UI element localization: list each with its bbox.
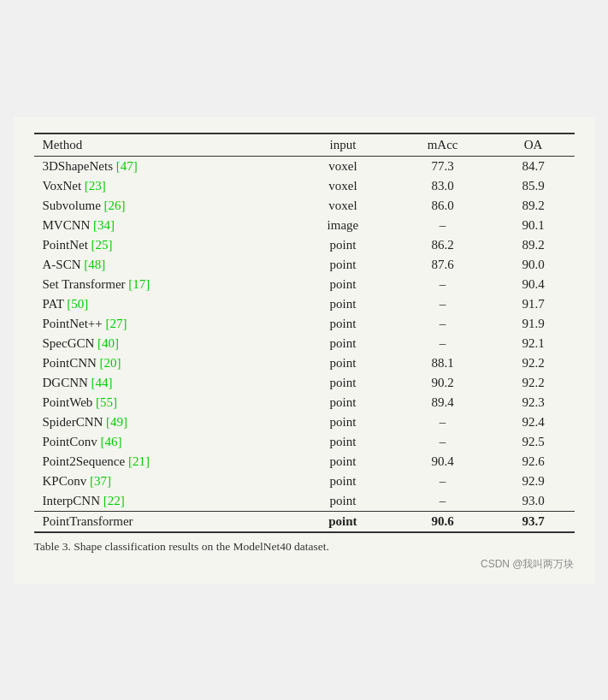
table-row-last: PointTransformerpoint90.693.7 bbox=[34, 511, 575, 532]
cell-macc: 88.1 bbox=[393, 353, 493, 373]
watermark: CSDN @我叫两万块 bbox=[34, 557, 575, 572]
cell-cite: [23] bbox=[85, 179, 106, 193]
cell-input: point bbox=[292, 412, 393, 432]
cell-method: PointCNN [20] bbox=[34, 353, 293, 373]
table-row: PAT [50]point–91.7 bbox=[34, 294, 575, 314]
cell-method: PointWeb [55] bbox=[34, 393, 293, 412]
cell-input: point bbox=[292, 472, 393, 491]
cell-cite: [21] bbox=[128, 454, 150, 468]
table-row: Subvolume [26]voxel86.089.2 bbox=[34, 196, 575, 216]
cell-oa: 89.2 bbox=[493, 196, 575, 216]
cell-method: Set Transformer [17] bbox=[34, 275, 293, 294]
cell-method: SpecGCN [40] bbox=[34, 334, 293, 353]
cell-cite: [25] bbox=[91, 238, 113, 252]
cell-method: Subvolume [26] bbox=[34, 196, 293, 216]
cell-macc: 90.4 bbox=[393, 452, 493, 472]
cell-cite: [55] bbox=[96, 395, 117, 409]
cell-cite: [26] bbox=[104, 199, 126, 212]
cell-macc: 86.2 bbox=[393, 235, 493, 255]
cell-input: point bbox=[292, 353, 393, 373]
cell-oa: 92.2 bbox=[493, 373, 575, 393]
cell-oa: 91.7 bbox=[493, 294, 575, 314]
table-row: Point2Sequence [21]point90.492.6 bbox=[34, 452, 575, 472]
cell-cite: [46] bbox=[100, 435, 121, 448]
results-table: Method input mAcc OA 3DShapeNets [47]vox… bbox=[34, 133, 575, 533]
cell-oa: 92.5 bbox=[493, 432, 575, 452]
table-row: VoxNet [23]voxel83.085.9 bbox=[34, 176, 575, 196]
table-caption: Table 3. Shape classification results on… bbox=[34, 540, 575, 554]
table-header-row: Method input mAcc OA bbox=[34, 133, 575, 157]
cell-macc: – bbox=[393, 432, 493, 452]
cell-method: A-SCN [48] bbox=[34, 255, 293, 275]
cell-input: voxel bbox=[292, 176, 393, 196]
header-input: input bbox=[292, 133, 393, 157]
cell-oa: 90.4 bbox=[493, 275, 575, 294]
cell-oa: 92.2 bbox=[493, 353, 575, 373]
cell-cite: [17] bbox=[128, 277, 150, 291]
cell-input: point bbox=[292, 294, 393, 314]
cell-oa: 93.0 bbox=[493, 491, 575, 512]
cell-macc: – bbox=[393, 294, 493, 314]
table-row: A-SCN [48]point87.690.0 bbox=[34, 255, 575, 275]
cell-input: point bbox=[292, 235, 393, 255]
cell-method: PAT [50] bbox=[34, 294, 293, 314]
cell-input: voxel bbox=[292, 196, 393, 216]
table-row: PointCNN [20]point88.192.2 bbox=[34, 353, 575, 373]
cell-method: PointConv [46] bbox=[34, 432, 293, 452]
table-row: PointNet++ [27]point–91.9 bbox=[34, 314, 575, 334]
cell-input: point bbox=[292, 255, 393, 275]
cell-macc: – bbox=[393, 216, 493, 235]
table-row: PointConv [46]point–92.5 bbox=[34, 432, 575, 452]
table-row: Set Transformer [17]point–90.4 bbox=[34, 275, 575, 294]
cell-method-last: PointTransformer bbox=[34, 511, 293, 532]
cell-cite: [37] bbox=[90, 474, 111, 488]
cell-macc: – bbox=[393, 472, 493, 491]
cell-oa: 92.9 bbox=[493, 472, 575, 491]
cell-input: point bbox=[292, 373, 393, 393]
table-row: KPConv [37]point–92.9 bbox=[34, 472, 575, 491]
main-container: Method input mAcc OA 3DShapeNets [47]vox… bbox=[14, 117, 595, 584]
cell-macc: – bbox=[393, 275, 493, 294]
cell-input: point bbox=[292, 452, 393, 472]
cell-cite: [22] bbox=[103, 494, 125, 507]
cell-method: MVCNN [34] bbox=[34, 216, 293, 235]
header-oa: OA bbox=[493, 133, 575, 157]
cell-cite: [44] bbox=[91, 376, 113, 389]
cell-macc: – bbox=[393, 334, 493, 353]
table-row: SpiderCNN [49]point–92.4 bbox=[34, 412, 575, 432]
cell-input-last: point bbox=[292, 511, 393, 532]
cell-method: KPConv [37] bbox=[34, 472, 293, 491]
cell-macc: 90.2 bbox=[393, 373, 493, 393]
cell-macc: 83.0 bbox=[393, 176, 493, 196]
cell-input: point bbox=[292, 491, 393, 512]
table-row: PointWeb [55]point89.492.3 bbox=[34, 393, 575, 412]
table-row: DGCNN [44]point90.292.2 bbox=[34, 373, 575, 393]
header-method: Method bbox=[34, 133, 293, 157]
cell-oa: 92.3 bbox=[493, 393, 575, 412]
cell-oa: 90.0 bbox=[493, 255, 575, 275]
cell-method: Point2Sequence [21] bbox=[34, 452, 293, 472]
table-row: MVCNN [34]image–90.1 bbox=[34, 216, 575, 235]
cell-method: InterpCNN [22] bbox=[34, 491, 293, 512]
table-row: PointNet [25]point86.289.2 bbox=[34, 235, 575, 255]
cell-macc: 86.0 bbox=[393, 196, 493, 216]
cell-oa: 85.9 bbox=[493, 176, 575, 196]
table-row: 3DShapeNets [47]voxel77.384.7 bbox=[34, 156, 575, 176]
cell-cite: [49] bbox=[106, 415, 127, 429]
cell-macc: – bbox=[393, 491, 493, 512]
cell-macc-last: 90.6 bbox=[393, 511, 493, 532]
cell-input: point bbox=[292, 334, 393, 353]
cell-method: 3DShapeNets [47] bbox=[34, 156, 293, 176]
cell-macc: 77.3 bbox=[393, 156, 493, 176]
cell-oa: 92.1 bbox=[493, 334, 575, 353]
cell-macc: – bbox=[393, 412, 493, 432]
cell-cite: [47] bbox=[116, 159, 138, 173]
cell-method: VoxNet [23] bbox=[34, 176, 293, 196]
cell-macc: – bbox=[393, 314, 493, 334]
header-macc: mAcc bbox=[393, 133, 493, 157]
cell-cite: [34] bbox=[93, 218, 115, 232]
cell-method: DGCNN [44] bbox=[34, 373, 293, 393]
cell-method: PointNet++ [27] bbox=[34, 314, 293, 334]
cell-macc: 89.4 bbox=[393, 393, 493, 412]
cell-input: point bbox=[292, 275, 393, 294]
